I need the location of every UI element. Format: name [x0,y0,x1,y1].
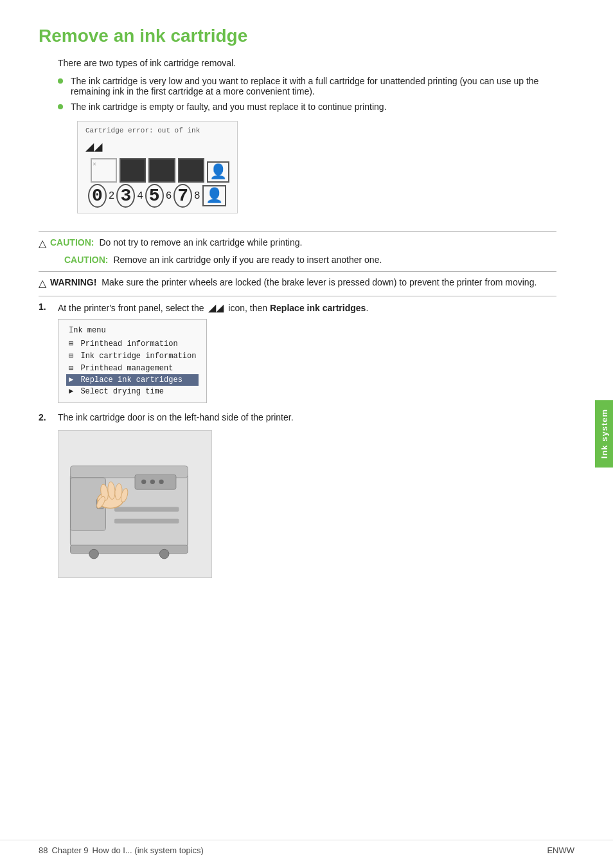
caution-block-2: CAUTION: Remove an ink cartridge only if… [64,255,556,265]
screen-title: Cartridge error: out of ink [85,127,229,134]
warning-block: △ WARNING! Make sure the printer wheels … [39,277,556,289]
step-number-1: 1. [39,302,58,312]
printer-image [58,430,212,578]
caution-text-1: Do not try to remove an ink cartridge wh… [99,237,302,248]
step-2-text: The ink cartridge door is on the left-ha… [58,412,556,422]
footer-left: 88 Chapter 9 How do I... (ink system top… [39,845,204,855]
divider-2 [39,271,556,272]
footer-page-number: 88 [39,845,48,855]
step-content-1: At the printer's front panel, select the… [58,302,556,403]
footer-title: How do I... (ink system topics) [93,845,204,855]
list-item: The ink cartridge is empty or faulty, an… [58,102,556,112]
page-title: Remove an ink cartridge [39,26,556,46]
bullet-icon [58,78,63,84]
caution-label-2: CAUTION: [64,255,108,265]
step-content-2: The ink cartridge door is on the left-ha… [58,412,556,578]
caution-label-1: CAUTION: [50,237,94,248]
svg-point-12 [159,549,169,559]
bullet-list: The ink cartridge is very low and you wa… [58,76,556,112]
menu-item-printhead-info: ⊞ Printhead information [66,338,199,350]
menu-title: Ink menu [66,325,199,336]
caution-block-1: △ CAUTION: Do not try to remove an ink c… [39,237,556,249]
step-2: 2. The ink cartridge door is on the left… [39,412,556,578]
svg-rect-6 [114,519,179,523]
warning-text: Make sure the printer wheels are locked … [102,277,537,287]
bullet-icon [58,104,63,109]
list-item: The ink cartridge is very low and you wa… [58,76,556,96]
divider [39,231,556,232]
menu-item-ink-cartridge-info: ⊞ Ink cartridge information [66,350,199,362]
menu-item-select-drying: ► Select drying time [66,386,199,397]
footer: 88 Chapter 9 How do I... (ink system top… [0,840,613,855]
divider-3 [39,296,556,296]
step-number-2: 2. [39,412,58,422]
svg-point-10 [159,480,163,484]
step-1: 1. At the printer's front panel, select … [39,302,556,403]
cartridge-error-screen: Cartridge error: out of ink ◢◢ ✕ [77,121,238,213]
side-tab-container: Ink system [595,0,613,868]
svg-point-11 [89,549,99,559]
intro-text: There are two types of ink cartridge rem… [58,58,556,68]
warning-label: WARNING! [50,277,96,287]
svg-rect-2 [71,545,188,554]
footer-chapter: Chapter 9 [51,845,88,855]
replace-cartridges-icon: ◢◢ [208,302,224,313]
menu-item-replace-cartridges: ► Replace ink cartridges [66,374,199,386]
footer-right: ENWW [547,845,574,855]
printer-illustration [64,437,206,572]
side-tab: Ink system [595,400,613,467]
caution-text-2: Remove an ink cartridge only if you are … [113,255,382,265]
menu-item-printhead-mgmt: ⊞ Printhead management [66,362,199,374]
svg-rect-7 [135,475,176,489]
step-1-text: At the printer's front panel, select the… [58,302,556,314]
svg-point-8 [141,480,146,484]
ink-menu-screen: Ink menu ⊞ Printhead information ⊞ Ink c… [58,319,207,403]
caution-triangle-icon: △ [39,237,46,249]
warning-triangle-icon: △ [39,277,46,289]
svg-rect-5 [114,507,179,512]
svg-point-9 [150,480,155,484]
